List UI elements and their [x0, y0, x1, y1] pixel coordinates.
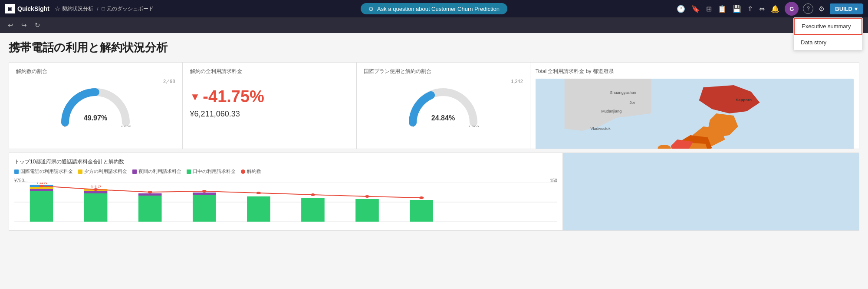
undo-redo-toolbar: ↩ ↪ ↻ [0, 17, 868, 33]
svg-text:Mudanjiang: Mudanjiang [601, 109, 621, 113]
ask-question-bar[interactable]: ⊙ Ask a question about Customer Churn Pr… [361, 3, 507, 14]
logo-icon: ▣ [5, 4, 15, 13]
kpi-card-churn-rate: 解約数の割合 2,498 49.97% 0 4,999 [9, 62, 183, 149]
kpi2-change: -41.75% [203, 87, 264, 106]
kpi3-title: 国際プラン使用と解約の割合 [364, 68, 523, 75]
breadcrumb-item-2[interactable]: 元のダッシュボード [107, 5, 154, 13]
svg-line-43 [259, 193, 313, 195]
kpi2-change-row: ▼ -41.75% [190, 87, 349, 106]
svg-text:4,999: 4,999 [121, 125, 132, 127]
build-label: BUILD [835, 6, 852, 12]
svg-text:24.84%: 24.84% [431, 114, 455, 122]
ask-bar-wrapper: ⊙ Ask a question about Customer Churn Pr… [361, 0, 507, 17]
legend-item-daytime: 日中の利用請求料金 [187, 168, 236, 175]
chart-area: ¥750... 150 146 [14, 178, 557, 219]
map-title: Total 全利用請求料金 by 都道府県 [536, 68, 854, 75]
kpi2-trend-arrow: ▼ [190, 91, 201, 103]
share-icon[interactable]: ⇧ [746, 4, 754, 14]
map-card: Total 全利用請求料金 by 都道府県 [530, 62, 859, 149]
save-icon[interactable]: 💾 [732, 4, 742, 14]
kpi3-top-val: 1,242 [364, 79, 523, 84]
legend-item-churn: 解約数 [241, 168, 261, 175]
export-icon[interactable]: 📋 [717, 4, 727, 14]
redo-button[interactable]: ↪ [20, 20, 29, 30]
svg-text:Shuangyashan: Shuangyashan [610, 90, 636, 95]
dropdown-data-story[interactable]: Data story [794, 35, 862, 50]
svg-rect-31 [138, 193, 162, 196]
svg-rect-44 [355, 199, 379, 222]
svg-text:0: 0 [412, 125, 414, 127]
breadcrumb: ☆ 契約状況分析 / □ 元のダッシュボード [55, 5, 154, 13]
fit-icon[interactable]: ⇔ [758, 4, 766, 14]
svg-rect-38 [247, 196, 270, 222]
legend-label-intl: 国際電話の利用請求料金 [20, 168, 73, 175]
kpi3-gauge: 24.84% 0 4,999 [364, 86, 523, 127]
legend-dot-daytime [187, 169, 191, 174]
bottom-chart-card: トップ10都道府県の通話請求料金合計と解約数 国際電話の利用請求料金 夕方の利用… [9, 153, 563, 231]
legend-dot-evening [78, 169, 82, 174]
svg-text:4,999: 4,999 [468, 125, 479, 127]
svg-rect-18 [30, 191, 53, 222]
kpi1-top-val: 2,498 [16, 79, 175, 84]
svg-line-49 [367, 196, 421, 198]
map-bottom-section [563, 153, 859, 231]
breadcrumb-separator: / [97, 6, 99, 12]
undo-button[interactable]: ↩ [6, 20, 15, 30]
breadcrumb-item-1[interactable]: 契約状況分析 [62, 5, 93, 13]
svg-rect-47 [410, 200, 433, 222]
legend-dot-churn [241, 169, 245, 174]
refresh-button[interactable]: ↻ [33, 20, 42, 30]
kpi2-amount: ¥6,211,060.33 [190, 110, 349, 119]
dropdown-executive-summary[interactable]: Executive summary [794, 18, 862, 35]
page-title: 携帯電話の利用と解約状況分析 [9, 40, 859, 55]
history-icon[interactable]: 🕐 [676, 4, 686, 14]
svg-rect-35 [193, 193, 216, 195]
kpi-card-intl-plan: 国際プラン使用と解約の割合 1,242 24.84% 0 4,999 [356, 62, 530, 149]
grid-icon[interactable]: ⊞ [705, 4, 713, 14]
kpi1-gauge: 49.97% 0 4,999 [16, 86, 175, 127]
legend-dot-night [132, 169, 137, 174]
legend-label-churn: 解約数 [247, 168, 261, 175]
settings-icon[interactable]: ⚙ [818, 4, 825, 14]
favorite-icon[interactable]: ☆ [55, 5, 60, 12]
bottom-row: トップ10都道府県の通話請求料金合計と解約数 国際電話の利用請求料金 夕方の利用… [9, 153, 859, 231]
kpi1-title: 解約数の割合 [16, 68, 175, 75]
kpi2-title: 解約の全利用請求料金 [190, 68, 349, 75]
legend-item-evening: 夕方の利用請求料金 [78, 168, 127, 175]
kpi-map-row: 解約数の割合 2,498 49.97% 0 4,999 解約の全利用請求料金 ▼… [9, 62, 859, 149]
build-button[interactable]: BUILD ▾ [830, 3, 863, 14]
app-name: QuickSight [17, 5, 49, 12]
ask-icon: ⊙ [368, 5, 374, 12]
legend-label-daytime: 日中の利用請求料金 [193, 168, 236, 175]
svg-text:0: 0 [64, 125, 67, 127]
build-chevron: ▾ [855, 6, 858, 12]
kpi-card-charge: 解約の全利用請求料金 ▼ -41.75% ¥6,211,060.33 [183, 62, 357, 149]
svg-rect-41 [301, 198, 325, 222]
svg-text:Vladivostok: Vladivostok [590, 126, 611, 131]
legend-label-night: 夜間の利用請求料金 [138, 168, 181, 175]
app-logo[interactable]: ▣ QuickSight [5, 4, 49, 13]
legend-label-evening: 夕方の利用請求料金 [84, 168, 127, 175]
svg-rect-24 [84, 193, 108, 222]
ask-question-text: Ask a question about Customer Churn Pred… [377, 6, 500, 12]
svg-rect-30 [138, 196, 162, 222]
main-content: 携帯電話の利用と解約状況分析 解約数の割合 2,498 49.97% 0 4,9… [0, 33, 868, 289]
svg-text:Sapporo: Sapporo [736, 98, 752, 102]
chart-legend: 国際電話の利用請求料金 夕方の利用請求料金 夜間の利用請求料金 日中の利用請求料… [14, 168, 557, 175]
bookmark-icon[interactable]: 🔖 [690, 4, 701, 14]
svg-line-46 [313, 195, 367, 196]
bell-icon[interactable]: 🔔 [770, 4, 780, 14]
user-avatar[interactable]: G [785, 2, 799, 16]
build-dropdown: Executive summary Data story [793, 17, 863, 50]
help-icon[interactable]: ? [803, 3, 813, 14]
legend-item-night: 夜間の利用請求料金 [132, 168, 181, 175]
svg-text:Jixi: Jixi [629, 100, 635, 105]
chart-title: トップ10都道府県の通話請求料金合計と解約数 [14, 158, 557, 166]
svg-rect-25 [84, 191, 108, 193]
svg-line-37 [150, 191, 204, 192]
svg-text:49.97%: 49.97% [84, 114, 107, 122]
map-visualization: Shuangyashan Jixi Mudanjiang Vladivostok… [536, 79, 854, 149]
breadcrumb-icon-2: □ [102, 6, 105, 12]
top-navigation: ▣ QuickSight ☆ 契約状況分析 / □ 元のダッシュボード ⊙ As… [0, 0, 868, 17]
svg-rect-19 [30, 189, 53, 191]
